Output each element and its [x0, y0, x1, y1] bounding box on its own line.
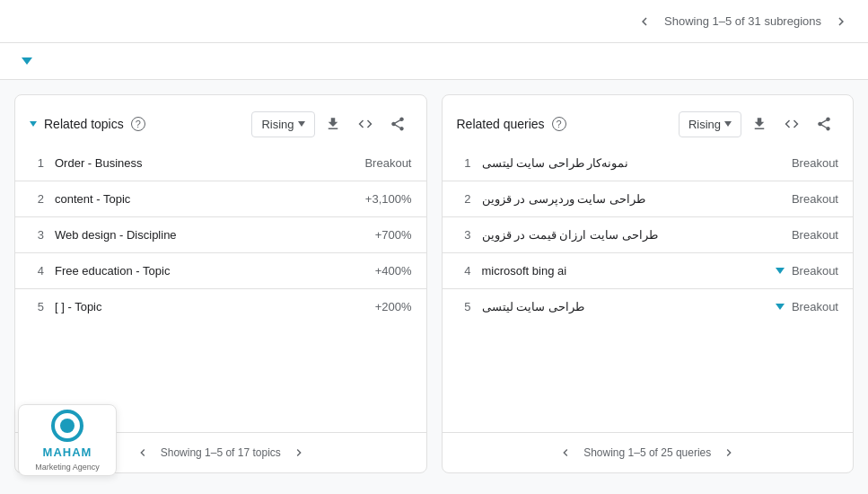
- right-download-button[interactable]: [745, 110, 774, 138]
- left-item-left-1: 2 content - Topic: [30, 192, 130, 206]
- right-list-item[interactable]: 1 نمونه‌کار طراحی سایت لیتسی Breakout: [443, 146, 854, 181]
- left-list-item[interactable]: 5 [ ] - Topic +200%: [15, 288, 426, 324]
- right-item-breakout-4: Breakout: [792, 300, 838, 313]
- right-item-breakout-3: Breakout: [792, 264, 838, 278]
- right-panel-title: Related queries ?: [457, 117, 566, 131]
- right-list-item[interactable]: 5 طراحی سایت لیتسی Breakout: [443, 288, 854, 324]
- right-item-value-0: Breakout: [792, 156, 838, 170]
- left-footer-text: Showing 1–5 of 17 topics: [161, 446, 281, 459]
- left-item-value-2: +700%: [375, 228, 412, 242]
- right-item-value-2: Breakout: [792, 228, 838, 242]
- left-item-label-4: [ ] - Topic: [55, 300, 102, 313]
- left-item-breakout-1: +3,100%: [365, 192, 412, 206]
- right-item-label-2: طراحی سایت ارزان قیمت در قزوین: [482, 228, 658, 242]
- left-item-breakout-0: Breakout: [364, 156, 411, 170]
- left-item-number-3: 4: [30, 264, 44, 278]
- right-list-item[interactable]: 3 طراحی سایت ارزان قیمت در قزوین Breakou…: [443, 216, 854, 252]
- left-dropdown-label: Rising: [261, 118, 294, 131]
- left-item-left-4: 5 [ ] - Topic: [30, 300, 102, 313]
- left-item-value-0: Breakout: [364, 156, 411, 170]
- left-item-label-2: Web design - Discipline: [55, 228, 177, 242]
- subregion-prev-button[interactable]: [632, 9, 657, 34]
- right-item-breakout-1: Breakout: [792, 192, 838, 206]
- left-item-label-0: Order - Business: [55, 156, 143, 170]
- right-item-number-0: 1: [457, 156, 471, 170]
- filter-bar: [0, 43, 868, 80]
- left-item-number-0: 1: [30, 156, 44, 170]
- left-item-left-3: 4 Free education - Topic: [30, 264, 170, 278]
- watermark-brand: MAHAM: [43, 445, 92, 459]
- right-item-number-4: 5: [457, 300, 471, 313]
- right-item-number-3: 4: [457, 264, 471, 278]
- right-item-value-1: Breakout: [792, 192, 838, 206]
- right-panel-header: Related queries ? Rising: [443, 95, 854, 146]
- left-share-button[interactable]: [383, 110, 412, 138]
- left-list-item[interactable]: 2 content - Topic +3,100%: [15, 181, 426, 216]
- left-item-left-2: 3 Web design - Discipline: [30, 228, 177, 242]
- left-download-button[interactable]: [319, 110, 347, 138]
- breakout-arrow-icon-4: [776, 304, 785, 310]
- left-prev-button[interactable]: [132, 442, 153, 463]
- right-item-value-3: Breakout: [776, 264, 838, 278]
- related-queries-panel: Related queries ? Rising: [442, 94, 855, 473]
- top-bar: Showing 1–5 of 31 subregions: [0, 0, 868, 43]
- left-list-item[interactable]: 4 Free education - Topic +400%: [15, 252, 426, 288]
- right-item-label-1: طراحی سایت وردپرسی در قزوین: [482, 192, 645, 206]
- right-item-number-2: 3: [457, 228, 471, 242]
- left-item-breakout-2: +700%: [375, 228, 412, 242]
- right-next-button[interactable]: [718, 442, 740, 463]
- right-list-item[interactable]: 4 microsoft bing ai Breakout: [443, 252, 854, 288]
- left-next-button[interactable]: [288, 442, 310, 463]
- right-panel-footer: Showing 1–5 of 25 queries: [443, 432, 854, 472]
- subregion-text: Showing 1–5 of 31 subregions: [664, 14, 821, 28]
- left-item-label-3: Free education - Topic: [55, 264, 170, 278]
- right-list-item[interactable]: 2 طراحی سایت وردپرسی در قزوین Breakout: [443, 181, 854, 216]
- right-footer-text: Showing 1–5 of 25 queries: [583, 446, 711, 459]
- left-list-item[interactable]: 1 Order - Business Breakout: [15, 146, 426, 181]
- left-item-number-1: 2: [30, 192, 44, 206]
- left-dropdown-arrow-icon: [298, 121, 305, 127]
- right-title-text: Related queries: [457, 117, 545, 131]
- left-item-number-4: 5: [30, 300, 44, 313]
- left-item-number-2: 3: [30, 228, 44, 242]
- right-item-value-4: Breakout: [776, 300, 838, 313]
- left-item-left-0: 1 Order - Business: [30, 156, 143, 170]
- left-panel-title: Related topics ?: [30, 117, 145, 131]
- left-list-item[interactable]: 3 Web design - Discipline +700%: [15, 216, 426, 252]
- right-item-left-0: 1 نمونه‌کار طراحی سایت لیتسی: [457, 156, 629, 170]
- left-filter-icon: [30, 121, 37, 127]
- right-panel-controls: Rising: [679, 110, 838, 138]
- right-help-icon[interactable]: ?: [552, 117, 566, 131]
- left-item-breakout-3: +400%: [375, 264, 412, 278]
- right-item-left-1: 2 طراحی سایت وردپرسی در قزوین: [457, 192, 645, 206]
- watermark-inner-circle: [60, 419, 75, 433]
- right-embed-button[interactable]: [777, 110, 806, 138]
- right-share-button[interactable]: [810, 110, 838, 138]
- left-panel-list: 1 Order - Business Breakout 2 content - …: [15, 146, 426, 432]
- right-item-label-0: نمونه‌کار طراحی سایت لیتسی: [482, 156, 629, 170]
- left-embed-button[interactable]: [351, 110, 380, 138]
- subregion-nav: Showing 1–5 of 31 subregions: [632, 9, 854, 34]
- left-item-label-1: content - Topic: [55, 192, 130, 206]
- right-item-label-4: طراحی سایت لیتسی: [482, 300, 584, 313]
- right-rising-dropdown[interactable]: Rising: [679, 111, 741, 137]
- left-panel-controls: Rising: [251, 110, 411, 138]
- left-item-value-4: +200%: [375, 300, 412, 313]
- subregion-next-button[interactable]: [829, 9, 854, 34]
- left-panel-header: Related topics ? Rising: [15, 95, 426, 146]
- left-rising-dropdown[interactable]: Rising: [251, 111, 314, 137]
- right-prev-button[interactable]: [555, 442, 576, 463]
- right-item-label-3: microsoft bing ai: [482, 264, 567, 278]
- right-item-number-1: 2: [457, 192, 471, 206]
- left-help-icon[interactable]: ?: [131, 117, 145, 131]
- right-item-left-2: 3 طراحی سایت ارزان قیمت در قزوین: [457, 228, 658, 242]
- left-item-value-3: +400%: [375, 264, 412, 278]
- right-item-left-4: 5 طراحی سایت لیتسی: [457, 300, 584, 313]
- filter-triangle-icon: [22, 57, 32, 65]
- left-item-value-1: +3,100%: [365, 192, 412, 206]
- right-item-breakout-0: Breakout: [792, 156, 838, 170]
- watermark: MAHAM Marketing Agency: [18, 404, 117, 476]
- right-panel-list: 1 نمونه‌کار طراحی سایت لیتسی Breakout 2 …: [443, 146, 854, 432]
- filter-dropdown[interactable]: [14, 54, 39, 68]
- watermark-sub: Marketing Agency: [35, 463, 100, 472]
